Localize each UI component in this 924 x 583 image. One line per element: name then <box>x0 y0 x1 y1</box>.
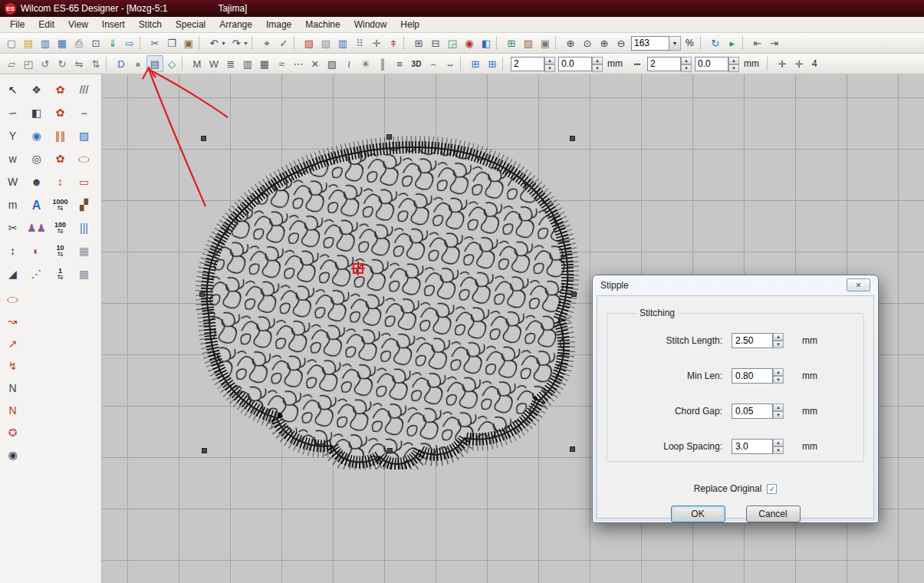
nudge-1-icon[interactable]: 1⇆ <box>50 265 71 283</box>
spin-up-icon[interactable]: ▲ <box>773 368 784 376</box>
separator[interactable] <box>767 57 772 71</box>
spinner[interactable]: ▲▼ <box>773 368 784 383</box>
selection-handle[interactable] <box>570 136 575 141</box>
mirror-v-icon[interactable]: ⇅ <box>87 55 104 72</box>
trapunto-outline-icon[interactable]: ◇ <box>163 55 180 72</box>
redo-dropdown-icon[interactable]: ▾ <box>242 35 250 51</box>
spinner[interactable]: ▲▼ <box>773 403 784 418</box>
fusion-fill-icon[interactable]: ◉ <box>26 127 47 145</box>
texture-fill-icon[interactable]: ▨ <box>324 55 340 72</box>
fur-stitch-icon[interactable]: ▞ <box>74 196 94 214</box>
zoom-1-1-icon[interactable]: ⊙ <box>579 35 596 51</box>
spin-up-icon[interactable]: ▲ <box>681 57 692 64</box>
nudge-1000-icon[interactable]: 1000⇆ <box>50 196 71 214</box>
object-properties-icon[interactable]: ✓ <box>275 35 292 51</box>
nudge-object-icon[interactable]: ✛ <box>791 55 807 72</box>
selection-handle[interactable] <box>387 448 393 453</box>
zigzag-tool-icon[interactable]: w <box>2 150 23 168</box>
spinner[interactable]: ▲▼ <box>592 57 603 71</box>
separator[interactable] <box>403 36 409 50</box>
menu-item-edit[interactable]: Edit <box>31 18 61 31</box>
column-c-icon[interactable]: ||| <box>74 219 94 237</box>
stemstitch-icon[interactable]: m <box>2 196 23 214</box>
undo-dropdown-icon[interactable]: ▾ <box>219 35 228 51</box>
penetrations-icon[interactable]: ✛ <box>368 35 385 51</box>
stitch-count-input-2[interactable] <box>647 57 681 71</box>
menu-item-arrange[interactable]: Arrange <box>212 18 259 31</box>
copy-icon[interactable]: ❐ <box>163 35 180 51</box>
separator[interactable] <box>199 36 204 50</box>
separator[interactable] <box>502 57 508 71</box>
fan-stitch-icon[interactable]: ◢ <box>2 265 23 283</box>
stipple-run-icon[interactable]: ▤ <box>146 55 163 72</box>
menu-item-file[interactable]: File <box>3 18 31 31</box>
spin-down-icon[interactable]: ▼ <box>773 446 784 454</box>
cancel-button[interactable]: Cancel <box>746 506 801 522</box>
selection-handle[interactable] <box>386 134 392 140</box>
replace-original-checkbox[interactable]: ✓ <box>767 484 777 494</box>
tatami-stitch-icon[interactable]: ▧ <box>317 35 334 51</box>
satin-stitch-icon[interactable]: ▨ <box>301 35 317 51</box>
color-film-icon[interactable]: ◉ <box>461 35 478 51</box>
scissors-icon[interactable]: ✂ <box>2 219 23 237</box>
outline-stitch-icon[interactable]: ▥ <box>334 35 351 51</box>
backstitch-icon[interactable]: W <box>2 173 23 191</box>
stipple-fill-icon[interactable]: /// <box>74 81 94 99</box>
separator[interactable] <box>294 36 299 50</box>
select-object-icon[interactable]: ↖ <box>2 81 23 99</box>
dot-run-icon[interactable]: ● <box>130 55 146 72</box>
stitch-list-icon[interactable]: ⊞ <box>410 35 427 51</box>
print-icon[interactable]: ⎙ <box>71 35 87 51</box>
branching-icon[interactable]: ✿ <box>50 81 71 99</box>
underlay-edge-icon[interactable]: W <box>206 55 222 72</box>
motif-fill-icon[interactable]: ✳ <box>357 55 374 72</box>
elastic-fancy-icon[interactable]: ⌣ <box>442 55 459 72</box>
flower-fill-icon[interactable]: ✿ <box>50 150 71 168</box>
warp-effect-icon[interactable]: ⌢ <box>425 55 442 72</box>
export-machine-file-icon[interactable]: ⇓ <box>104 35 121 51</box>
bar-fill-icon[interactable]: ≡ <box>391 55 408 72</box>
digitize-head-icon[interactable]: ☻ <box>26 173 47 191</box>
arc-tool-icon[interactable]: ⌢ <box>74 104 94 122</box>
show-design-icon[interactable]: ⊞ <box>503 35 520 51</box>
separator[interactable] <box>252 36 257 50</box>
separator[interactable] <box>182 57 187 71</box>
needle-points-icon[interactable]: ǂ <box>385 35 402 51</box>
overview-window-icon[interactable]: ◲ <box>444 35 461 51</box>
column-fill-icon[interactable]: ║ <box>374 55 391 72</box>
stitch-spacing-icon[interactable]: ↕ <box>50 173 71 191</box>
spin-down-icon[interactable]: ▼ <box>773 411 784 419</box>
stitch-angle-icon[interactable]: ↝ <box>2 312 23 331</box>
selection-handle[interactable] <box>202 448 207 453</box>
field-value-input[interactable] <box>732 368 773 384</box>
show-artwork-icon[interactable]: ▨ <box>520 35 537 51</box>
freehand-select-icon[interactable]: ∽ <box>2 104 23 122</box>
pattern-stamp-icon[interactable]: ▦ <box>74 242 94 260</box>
field-value-input[interactable] <box>732 333 773 348</box>
underlay-zigzag-icon[interactable]: M <box>189 55 206 72</box>
fill-dense-icon[interactable]: ▥ <box>239 55 256 72</box>
mirror-h-icon[interactable]: ⇋ <box>71 55 87 72</box>
reshape-n-icon[interactable]: N <box>2 379 23 397</box>
pattern-run-icon[interactable]: ▩ <box>74 265 94 283</box>
cut-icon[interactable]: ✂ <box>146 35 163 51</box>
menu-item-image[interactable]: Image <box>259 18 298 31</box>
spinner[interactable]: ▲▼ <box>773 439 784 453</box>
menu-item-view[interactable]: View <box>61 18 95 31</box>
spin-down-icon[interactable]: ▼ <box>728 64 739 72</box>
spinner[interactable]: ▲▼ <box>728 57 739 71</box>
separator[interactable] <box>460 57 465 71</box>
spin-down-icon[interactable]: ▼ <box>773 341 784 348</box>
grid-fill-icon[interactable]: ▦ <box>256 55 273 72</box>
spin-up-icon[interactable]: ▲ <box>728 57 739 64</box>
grid-snap-icon[interactable]: ⊞ <box>467 55 484 72</box>
stitch-length-input-2[interactable] <box>695 57 728 71</box>
menu-item-help[interactable]: Help <box>393 18 426 31</box>
spin-up-icon[interactable]: ▲ <box>773 439 784 446</box>
selection-handle[interactable] <box>571 292 577 297</box>
zoom-box-icon[interactable]: ⊕ <box>562 35 579 51</box>
spin-down-icon[interactable]: ▼ <box>592 64 603 72</box>
zoom-in-icon[interactable]: ⊕ <box>596 35 613 51</box>
scale-icon[interactable]: ◰ <box>20 55 37 72</box>
menu-item-stitch[interactable]: Stitch <box>132 18 169 31</box>
